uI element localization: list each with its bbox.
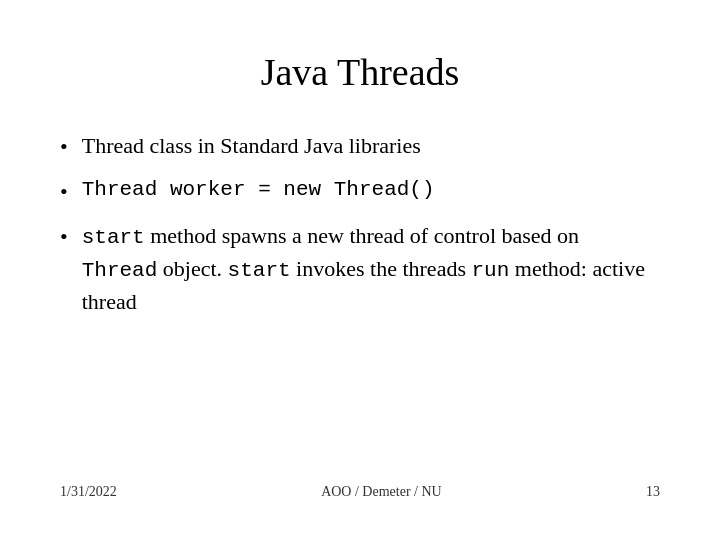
- inline-code-start: start: [82, 226, 145, 249]
- inline-code-run: run: [471, 259, 509, 282]
- bullet-text-1: Thread class in Standard Java libraries: [82, 130, 421, 162]
- slide-footer: 1/31/2022 AOO / Demeter / NU 13: [60, 474, 660, 500]
- bullet-item-3: • start method spawns a new thread of co…: [60, 220, 660, 319]
- slide-title: Java Threads: [60, 50, 660, 94]
- footer-attribution: AOO / Demeter / NU: [321, 484, 442, 500]
- bullet-text-2: Thread worker = new Thread(): [82, 175, 435, 205]
- bullet-item-1: • Thread class in Standard Java librarie…: [60, 130, 660, 163]
- bullet-dot-1: •: [60, 132, 68, 163]
- bullet-item-2: • Thread worker = new Thread(): [60, 175, 660, 208]
- content-area: • Thread class in Standard Java librarie…: [60, 130, 660, 474]
- footer-date: 1/31/2022: [60, 484, 117, 500]
- inline-code-thread: Thread: [82, 259, 158, 282]
- inline-code-start2: start: [228, 259, 291, 282]
- footer-page-number: 13: [646, 484, 660, 500]
- slide: Java Threads • Thread class in Standard …: [0, 0, 720, 540]
- bullet-text-3: start method spawns a new thread of cont…: [82, 220, 660, 319]
- bullet-dot-3: •: [60, 222, 68, 253]
- bullet-dot-2: •: [60, 177, 68, 208]
